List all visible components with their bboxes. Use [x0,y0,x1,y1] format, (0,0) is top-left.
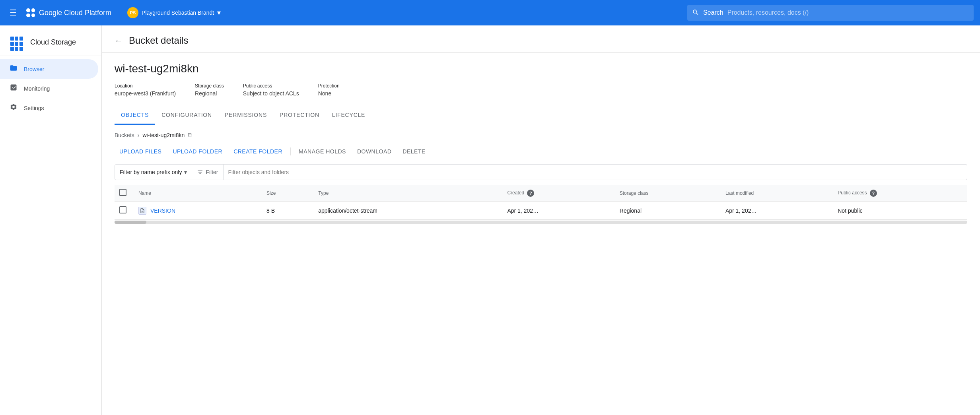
filter-input[interactable] [224,169,967,175]
table-header-created: Created ? [502,185,614,202]
table-header-storage-class: Storage class [615,185,721,202]
sidebar-item-label-monitoring: Monitoring [24,85,50,92]
storage-class-value: Regional [195,90,224,97]
app-name: Google Cloud Platform [39,9,111,17]
filter-prefix-dropdown[interactable]: Filter by name prefix only ▾ [115,165,192,180]
filter-icon-section: Filter [192,165,223,180]
objects-panel: Buckets › wi-test-ug2mi8kn ⧉ UPLOAD FILE… [102,125,980,230]
tab-objects[interactable]: OBJECTS [115,106,155,125]
row-checkbox-cell [115,202,134,220]
project-icon: PS [127,7,138,18]
sidebar-title: Cloud Storage [30,38,76,47]
download-button[interactable]: DOWNLOAD [352,145,396,158]
table-header-last-modified: Last modified [721,185,833,202]
bucket-header: ← Bucket details [102,25,980,53]
bucket-public-access: Public access Subject to object ACLs [243,83,299,97]
search-icon [692,9,699,17]
search-bar[interactable]: Search [687,5,974,21]
location-label: Location [115,83,176,89]
row-type-cell: application/octet-stream [313,202,502,220]
settings-icon [10,103,18,113]
table-header-row: Name Size Type Created ? Storage class L… [115,185,967,202]
filter-bar: Filter by name prefix only ▾ Filter [115,164,967,180]
breadcrumb: Buckets › wi-test-ug2mi8kn ⧉ [115,132,967,139]
table-header-size: Size [262,185,313,202]
tab-protection[interactable]: PROTECTION [273,106,326,125]
action-separator [290,147,291,155]
monitoring-icon [10,83,18,93]
tab-bar: OBJECTS CONFIGURATION PERMISSIONS PROTEC… [102,106,980,125]
table-header-name: Name [134,185,262,202]
public-access-value: Subject to object ACLs [243,90,299,97]
select-all-checkbox[interactable] [119,189,126,196]
sidebar-item-monitoring[interactable]: Monitoring [0,79,98,98]
create-folder-button[interactable]: CREATE FOLDER [229,145,287,158]
bucket-storage-class: Storage class Regional [195,83,224,97]
cloud-storage-icon [10,35,24,49]
bucket-name: wi-test-ug2mi8kn [115,62,967,75]
table-header-checkbox [115,185,134,202]
manage-holds-button[interactable]: MANAGE HOLDS [294,145,351,158]
created-help-icon[interactable]: ? [527,190,534,197]
row-size-cell: 8 B [262,202,313,220]
horizontal-scrollbar[interactable] [115,221,967,224]
project-name: Playground Sebastian Brandt [142,10,214,16]
sidebar-item-label-browser: Browser [24,66,44,72]
bucket-location: Location europe-west3 (Frankfurt) [115,83,176,97]
sidebar-item-browser[interactable]: Browser [0,59,98,79]
public-access-help-icon[interactable]: ? [870,190,877,197]
app-logo: Google Cloud Platform [26,8,111,17]
upload-files-button[interactable]: UPLOAD FILES [115,145,166,158]
sidebar-item-settings[interactable]: Settings [0,98,98,118]
file-type-icon [138,207,146,215]
search-label: Search [703,9,723,16]
filter-prefix-label: Filter by name prefix only [120,169,182,175]
filter-label: Filter [206,169,218,175]
table-row: VERSION 8 B application/octet-stream Apr… [115,202,967,220]
browser-icon [10,64,18,74]
menu-icon[interactable]: ☰ [6,5,20,21]
breadcrumb-buckets-link[interactable]: Buckets [115,132,134,138]
delete-button[interactable]: DELETE [398,145,430,158]
sidebar-header: Cloud Storage [0,29,101,56]
sidebar-item-label-settings: Settings [24,105,44,111]
row-public-access-cell: Not public [833,202,967,220]
protection-label: Protection [318,83,340,89]
protection-value: None [318,90,340,97]
file-name-link[interactable]: VERSION [138,207,257,215]
storage-class-label: Storage class [195,83,224,89]
row-checkbox[interactable] [119,206,126,213]
objects-table: Name Size Type Created ? Storage class L… [115,185,967,220]
copy-bucket-name-icon[interactable]: ⧉ [188,132,192,139]
top-navigation: ☰ Google Cloud Platform PS Playground Se… [0,0,980,25]
bucket-meta: Location europe-west3 (Frankfurt) Storag… [115,83,967,97]
breadcrumb-arrow-icon: › [138,132,140,138]
tab-configuration[interactable]: CONFIGURATION [155,106,218,125]
google-logo-dots [26,8,35,17]
public-access-label: Public access [243,83,299,89]
tab-permissions[interactable]: PERMISSIONS [218,106,273,125]
table-header-type: Type [313,185,502,202]
filter-funnel-icon [197,169,203,175]
row-created-cell: Apr 1, 202… [502,202,614,220]
main-content: ← Bucket details wi-test-ug2mi8kn Locati… [102,25,980,415]
bucket-protection: Protection None [318,83,340,97]
filter-prefix-chevron-icon: ▾ [184,169,187,175]
row-last-modified-cell: Apr 1, 202… [721,202,833,220]
back-arrow-icon[interactable]: ← [115,36,122,45]
search-input[interactable] [727,9,969,16]
project-chevron-icon: ▾ [217,8,221,17]
upload-folder-button[interactable]: UPLOAD FOLDER [168,145,227,158]
tab-lifecycle[interactable]: LIFECYCLE [326,106,371,125]
action-buttons-bar: UPLOAD FILES UPLOAD FOLDER CREATE FOLDER… [115,145,967,158]
scrollbar-thumb[interactable] [115,221,146,224]
table-header-public-access: Public access ? [833,185,967,202]
row-storage-class-cell: Regional [615,202,721,220]
bucket-info-section: wi-test-ug2mi8kn Location europe-west3 (… [102,53,980,106]
breadcrumb-current-bucket: wi-test-ug2mi8kn [142,132,185,138]
bucket-header-title: Bucket details [129,35,188,46]
row-name-cell: VERSION [134,202,262,220]
sidebar: Cloud Storage Browser Monitoring Setting… [0,25,102,415]
main-layout: Cloud Storage Browser Monitoring Setting… [0,25,980,415]
project-selector[interactable]: PS Playground Sebastian Brandt ▾ [127,7,221,18]
